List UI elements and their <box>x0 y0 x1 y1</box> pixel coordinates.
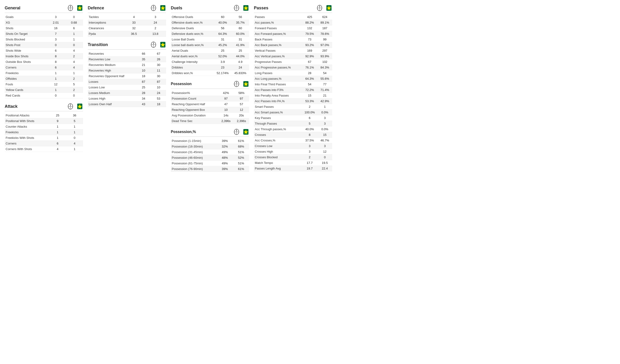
stat-away: 1 <box>66 130 83 135</box>
table-row: Reaching Opponent Half 47 57 <box>171 102 249 107</box>
table-row: Possession Count 97 97 <box>171 96 249 102</box>
stat-away: 24 <box>231 65 249 70</box>
defence-header: Defence <box>88 5 166 13</box>
stat-home: 88.2% <box>302 20 317 26</box>
stat-away: 26 <box>151 57 166 62</box>
stat-away: 60 <box>231 26 249 31</box>
stat-home: 93.2% <box>302 42 317 48</box>
stat-label: Crosses <box>254 132 302 138</box>
stat-away: 0.0% <box>317 110 332 115</box>
stat-label: Clearances <box>88 26 123 31</box>
stat-home: 40.0% <box>302 127 317 132</box>
stat-label: Acc Passes into PA,% <box>254 98 302 104</box>
stat-away: 187 <box>317 26 332 31</box>
stat-away: 99 <box>317 37 332 42</box>
table-row: Through Passes 5 3 <box>254 121 332 127</box>
stat-away: 1 <box>66 124 83 130</box>
stat-away: 624 <box>317 14 332 20</box>
stat-away: 21 <box>317 93 332 98</box>
possession-pct-section: Possession,% <box>171 129 249 172</box>
stat-home: 10 <box>218 107 234 113</box>
stat-home: 49% <box>217 149 233 155</box>
stat-label: Possession% <box>171 90 218 96</box>
stat-label: Goals <box>5 14 47 20</box>
stat-label: Losses High <box>88 96 136 102</box>
stat-label: Dead Time Sec <box>171 118 218 124</box>
stat-away: 30 <box>151 73 166 79</box>
stat-label: Crosses Blocked <box>254 155 302 160</box>
stat-home: 2.01 <box>47 20 65 26</box>
table-row: Crosses High 3 12 <box>254 149 332 155</box>
stat-away: 52% <box>233 155 249 160</box>
stat-home: 49% <box>217 160 233 166</box>
stat-label: Yellow Cards <box>5 87 47 93</box>
stat-label: XG <box>5 20 47 26</box>
stat-away: 5 <box>66 118 83 124</box>
stat-away: 51% <box>233 149 249 155</box>
stat-away: 87 <box>151 79 166 85</box>
stat-home: 25 <box>214 48 231 54</box>
spurs-logo-attack <box>67 103 74 110</box>
stat-label: Reaching Opponent Box <box>171 107 218 113</box>
stat-away: 42.9% <box>317 98 332 104</box>
table-row: Shots Wide 6 4 <box>5 48 83 54</box>
stat-home: 6 <box>47 65 65 70</box>
stat-label: Corners With Shots <box>5 146 49 152</box>
stat-away: 1 <box>65 31 83 37</box>
stat-home: 25 <box>49 113 66 118</box>
stat-home: 52.174% <box>214 70 231 76</box>
stat-home: 21 <box>136 62 151 68</box>
column-2: Defence Tackl <box>88 5 166 176</box>
stat-home: 87 <box>136 79 151 85</box>
duels-section: Duels Offensi <box>171 5 249 76</box>
stat-label: Recoveries <box>88 51 136 57</box>
norwich-logo-general <box>77 5 83 11</box>
stat-away: 102 <box>317 59 332 65</box>
stat-label: Acc Progressive passes,% <box>254 65 302 70</box>
stat-home: 100.0% <box>302 110 317 115</box>
stat-away: 68% <box>233 144 249 149</box>
stat-away: 78.6% <box>317 31 332 37</box>
table-row: Smart Passes 2 1 <box>254 104 332 110</box>
stat-home: 10 <box>136 68 151 73</box>
stat-home: 72.2% <box>302 87 317 93</box>
possession-title: Possession <box>171 82 231 86</box>
stat-label: Dribbles <box>171 65 214 70</box>
table-row: Possession (1-15min) 39% 61% <box>171 138 249 144</box>
stat-away: 1 <box>317 104 332 110</box>
stat-away: 71.4% <box>317 87 332 93</box>
table-row: Clearances 32 2 <box>88 26 166 31</box>
table-row: Losses 87 87 <box>88 79 166 85</box>
stat-label: Shots Post <box>5 42 47 48</box>
passes-title: Passes <box>254 6 313 11</box>
stat-home: 42% <box>218 90 234 96</box>
stat-home: 37.5% <box>302 138 317 143</box>
passes-header: Passes <box>254 5 332 13</box>
stat-label: Into Penalty Area Passes <box>254 93 302 98</box>
table-row: Aerial duels won,% 52.0% 44.0% <box>171 54 249 59</box>
stat-label: Long Passes <box>254 70 302 76</box>
table-row: Crosses 8 15 <box>254 132 332 138</box>
stat-label: Crosses High <box>254 149 302 155</box>
stat-home: 64.3% <box>302 76 317 82</box>
stat-label: Shots Wide <box>5 48 47 54</box>
stat-label: Passes Length Avg <box>254 166 302 171</box>
passes-table: Passes 425 624 Acc passes,% 88.2% 89.1% … <box>254 14 332 171</box>
stat-label: Losses <box>88 79 136 85</box>
column-4: Passes Passes <box>254 5 332 176</box>
table-row: Shots Post 0 0 <box>5 42 83 48</box>
stat-away: 77 <box>317 82 332 87</box>
table-row: Acc Crosses,% 37.5% 46.7% <box>254 138 332 143</box>
stat-label: Offsides <box>5 76 47 82</box>
stat-home: 14s <box>218 113 234 118</box>
spurs-logo-possession-pct <box>233 129 240 135</box>
stat-label: Counter Attacks <box>5 124 49 130</box>
spurs-logo-transition <box>150 41 157 48</box>
table-row: Long Passes 28 54 <box>254 70 332 76</box>
stat-away: 0 <box>317 155 332 160</box>
stat-home: 17.7 <box>302 160 317 166</box>
table-row: Freekicks 1 1 <box>5 130 83 135</box>
stat-label: Fouls <box>5 82 47 87</box>
stat-label: Match Tempo <box>254 160 302 166</box>
stat-home: 34 <box>136 96 151 102</box>
